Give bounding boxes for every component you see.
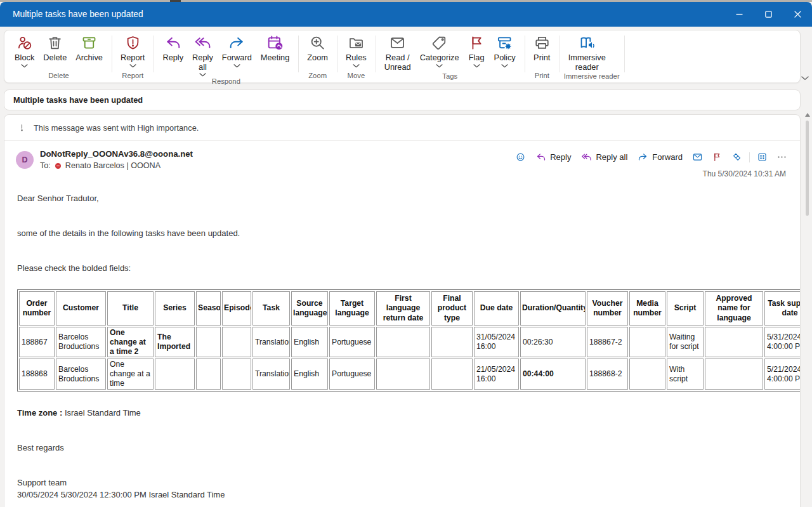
ribbon-group-move: RulesMove bbox=[337, 31, 376, 82]
to-label: To: bbox=[40, 161, 51, 170]
ribbon-reply-button[interactable]: Reply bbox=[158, 31, 188, 63]
reply-all-button[interactable]: Reply all bbox=[577, 149, 632, 165]
ribbon-zoom-button[interactable]: Zoom bbox=[303, 31, 332, 63]
apps-button[interactable] bbox=[753, 149, 771, 165]
table-header-cell: Order number bbox=[19, 291, 55, 326]
forward-button[interactable]: Forward bbox=[633, 149, 687, 165]
window-title: Multiple tasks have been updated bbox=[13, 10, 143, 19]
reply-button[interactable]: Reply bbox=[531, 149, 575, 165]
recipient-name[interactable]: Renato Barcelos | OOONA bbox=[65, 161, 160, 170]
table-header-cell: Final product type bbox=[431, 291, 473, 326]
table-header-cell: Script bbox=[667, 291, 704, 326]
table-cell: Waiting for script bbox=[667, 327, 704, 358]
ribbon-delete-button[interactable]: Delete bbox=[39, 31, 71, 63]
ribbon-button-label: Report bbox=[121, 53, 145, 63]
ribbon-button-label: Rules bbox=[346, 53, 367, 63]
body-line-2: Please check the bolded fields: bbox=[17, 263, 787, 273]
meeting-icon bbox=[266, 34, 284, 51]
table-header-cell: Customer bbox=[56, 291, 106, 326]
message-header: D DoNotReply_OOONAv36.8@ooona.net To: Re… bbox=[4, 141, 800, 183]
ribbon-group-report: ReportReport bbox=[112, 31, 154, 82]
table-cell: Barcelos Broductions bbox=[56, 327, 106, 358]
scrollbar[interactable] bbox=[803, 110, 811, 507]
close-button[interactable] bbox=[783, 2, 812, 27]
ribbon-group-label: Zoom bbox=[303, 71, 332, 82]
ribbon-rules-button[interactable]: Rules bbox=[341, 31, 371, 68]
ribbon-button-label: Delete bbox=[43, 53, 67, 63]
ribbon-forward-button[interactable]: Forward bbox=[218, 31, 256, 68]
divider bbox=[749, 152, 750, 162]
ribbon-print-button[interactable]: Print bbox=[529, 31, 555, 63]
table-cell bbox=[222, 327, 251, 358]
ribbon-button-label: Immersive reader bbox=[568, 53, 606, 72]
reply-icon bbox=[535, 152, 546, 162]
ribbon-archive-button[interactable]: Archive bbox=[71, 31, 107, 63]
ribbon-collapse-button[interactable] bbox=[801, 76, 809, 81]
emoji-reaction-button[interactable] bbox=[511, 149, 530, 165]
header-right: Reply Reply all Forward Thu 5/30/2024 10… bbox=[511, 149, 791, 178]
background-window-sliver bbox=[170, 0, 181, 2]
forward-label: Forward bbox=[652, 152, 683, 162]
scroll-thumb[interactable] bbox=[806, 121, 809, 216]
table-cell: 5/21/2024 4:00:00 PM bbox=[764, 359, 801, 390]
flag-icon bbox=[468, 34, 485, 51]
table-cell bbox=[629, 327, 665, 358]
chevron-down-icon bbox=[473, 64, 480, 68]
ribbon-flag-button[interactable]: Flag bbox=[464, 31, 490, 68]
ribbon: BlockDeleteArchiveDeleteReportReportRepl… bbox=[4, 30, 801, 83]
ribbon-reply-all-button[interactable]: Reply all bbox=[188, 31, 218, 77]
chevron-down-icon bbox=[129, 64, 136, 68]
table-cell bbox=[222, 359, 251, 390]
message-actions: Reply Reply all Forward bbox=[511, 149, 791, 165]
chevron-down-icon bbox=[353, 64, 360, 68]
more-actions-button[interactable] bbox=[773, 149, 791, 165]
table-cell bbox=[629, 359, 665, 390]
minimize-button[interactable] bbox=[724, 2, 754, 27]
scroll-up-arrow-icon[interactable] bbox=[805, 113, 810, 117]
smiley-icon bbox=[515, 152, 526, 162]
timezone-line: Time zone : Israel Standard Time bbox=[17, 408, 787, 418]
table-cell: 188868 bbox=[19, 359, 55, 390]
ribbon-block-button[interactable]: Block bbox=[10, 31, 39, 68]
title-bar: Multiple tasks have been updated bbox=[0, 2, 812, 27]
ribbon-meeting-button[interactable]: Meeting bbox=[256, 31, 294, 63]
table-header-cell: Task bbox=[252, 291, 290, 326]
ribbon-button-label: Reply bbox=[162, 53, 183, 63]
ribbon-categorize-button[interactable]: Categorize bbox=[416, 31, 464, 68]
avatar[interactable]: D bbox=[16, 151, 34, 169]
tag-icon bbox=[431, 34, 448, 51]
ribbon-button-label: Forward bbox=[222, 53, 252, 63]
high-importance-icon bbox=[17, 122, 27, 133]
ribbon-policy-button[interactable]: Policy bbox=[490, 31, 520, 68]
ribbon-group-label: Move bbox=[341, 71, 371, 82]
sent-datetime: Thu 5/30/2024 10:31 AM bbox=[703, 169, 791, 178]
ribbon-read-unread-button[interactable]: Read / Unread bbox=[380, 31, 416, 72]
reply-label: Reply bbox=[550, 152, 571, 162]
table-cell bbox=[705, 327, 763, 358]
ribbon-group-zoom: ZoomZoom bbox=[298, 31, 337, 82]
to-line: To: Renato Barcelos | OOONA bbox=[40, 161, 193, 170]
ribbon-report-button[interactable]: Report bbox=[116, 31, 149, 68]
signature-line: Support team bbox=[17, 478, 787, 487]
table-cell: The Imported bbox=[155, 327, 195, 358]
minimize-icon bbox=[736, 11, 743, 18]
sender-block: DoNotReply_OOONAv36.8@ooona.net To: Rena… bbox=[40, 149, 193, 170]
outlook-message-window: Multiple tasks have been updated BlockDe… bbox=[0, 0, 812, 507]
ribbon-immersive-reader-button[interactable]: Immersive reader bbox=[564, 31, 610, 72]
top-strip bbox=[0, 0, 812, 2]
flag-icon bbox=[712, 152, 723, 162]
mark-unread-button[interactable] bbox=[688, 149, 707, 165]
table-cell: One change at a time 2 bbox=[107, 327, 154, 358]
ribbon-group-tags: Read / UnreadCategorizeFlagPolicyTags bbox=[376, 31, 525, 82]
ribbon-button-label: Zoom bbox=[307, 53, 328, 63]
table-cell: English bbox=[291, 359, 328, 390]
reply-all-icon bbox=[194, 34, 211, 51]
maximize-button[interactable] bbox=[754, 2, 783, 27]
flag-message-button[interactable] bbox=[708, 149, 726, 165]
timezone-value: Israel Standard Time bbox=[65, 408, 141, 418]
sender-email[interactable]: DoNotReply_OOONAv36.8@ooona.net bbox=[40, 149, 193, 159]
tags-button[interactable] bbox=[728, 149, 746, 165]
importance-banner: This message was sent with High importan… bbox=[4, 115, 800, 141]
ribbon-button-label: Archive bbox=[75, 53, 103, 63]
ribbon-button-label: Print bbox=[534, 53, 550, 63]
